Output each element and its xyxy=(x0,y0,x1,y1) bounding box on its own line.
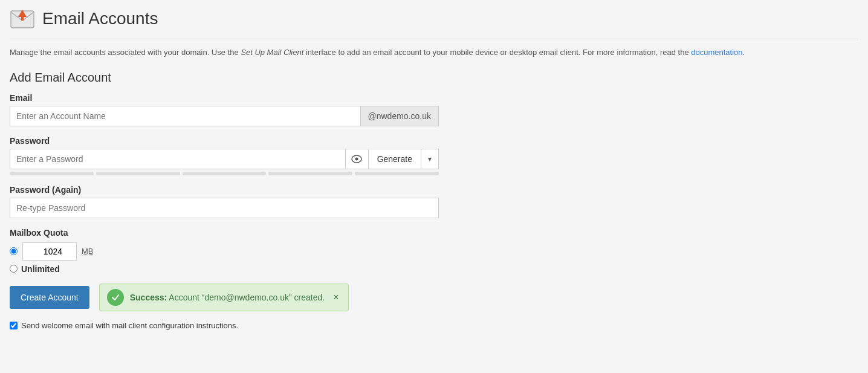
svg-point-4 xyxy=(355,157,358,160)
strength-segment-5 xyxy=(355,172,439,175)
mb-label: MB xyxy=(82,247,94,256)
email-row: @nwdemo.co.uk xyxy=(10,106,439,126)
quota-label: Mailbox Quota xyxy=(10,228,858,238)
quota-value-input[interactable]: 1024 xyxy=(22,242,77,261)
eye-icon xyxy=(351,155,362,163)
quota-radio-row: 1024 MB xyxy=(10,242,858,261)
strength-segment-1 xyxy=(10,172,94,175)
actions-row: Create Account Success: Account “demo@nw… xyxy=(10,284,858,311)
page-title: Email Accounts xyxy=(42,9,158,28)
quota-mb-radio[interactable] xyxy=(10,247,18,255)
password-row: Generate ▾ xyxy=(10,149,439,169)
generate-password-button[interactable]: Generate xyxy=(368,149,421,169)
password-label: Password xyxy=(10,136,858,146)
email-input[interactable] xyxy=(10,106,360,126)
page-header: Email Accounts xyxy=(10,6,858,39)
strength-segment-4 xyxy=(268,172,352,175)
section-title: Add Email Account xyxy=(10,71,858,85)
success-message: Success: Account “demo@nwdemo.co.uk” cre… xyxy=(130,293,325,302)
strength-segment-3 xyxy=(183,172,267,175)
welcome-email-row: Send welcome email with mail client conf… xyxy=(10,321,858,330)
password-field-group: Password Generate ▾ xyxy=(10,136,858,175)
success-alert: Success: Account “demo@nwdemo.co.uk” cre… xyxy=(99,284,349,311)
create-account-button[interactable]: Create Account xyxy=(10,286,89,309)
password-again-input[interactable] xyxy=(10,198,439,218)
svg-rect-2 xyxy=(21,16,24,21)
documentation-link[interactable]: documentation xyxy=(691,48,742,57)
quota-field-group: Mailbox Quota 1024 MB Unlimited xyxy=(10,228,858,274)
success-icon xyxy=(107,289,124,306)
generate-dropdown-button[interactable]: ▾ xyxy=(421,149,439,169)
unlimited-radio-row: Unlimited xyxy=(10,264,858,274)
email-label: Email xyxy=(10,93,858,103)
chevron-down-icon: ▾ xyxy=(428,155,432,163)
quota-unlimited-radio[interactable] xyxy=(10,265,18,273)
success-label: Success: xyxy=(130,293,167,302)
email-accounts-icon xyxy=(10,6,35,31)
show-password-button[interactable] xyxy=(345,149,368,169)
password-strength-bar xyxy=(10,172,439,175)
unlimited-label[interactable]: Unlimited xyxy=(21,264,60,274)
success-close-button[interactable]: × xyxy=(331,293,341,302)
welcome-email-checkbox[interactable] xyxy=(10,322,18,329)
welcome-email-label[interactable]: Send welcome email with mail client conf… xyxy=(21,321,238,330)
strength-segment-2 xyxy=(96,172,180,175)
email-field-group: Email @nwdemo.co.uk xyxy=(10,93,858,126)
success-detail: Account “demo@nwdemo.co.uk” created. xyxy=(167,293,325,302)
page-description: Manage the email accounts associated wit… xyxy=(10,47,858,59)
password-input[interactable] xyxy=(10,149,345,169)
email-domain: @nwdemo.co.uk xyxy=(360,106,439,126)
password-again-field-group: Password (Again) xyxy=(10,185,858,218)
checkmark-icon xyxy=(111,293,120,302)
password-again-label: Password (Again) xyxy=(10,185,858,195)
